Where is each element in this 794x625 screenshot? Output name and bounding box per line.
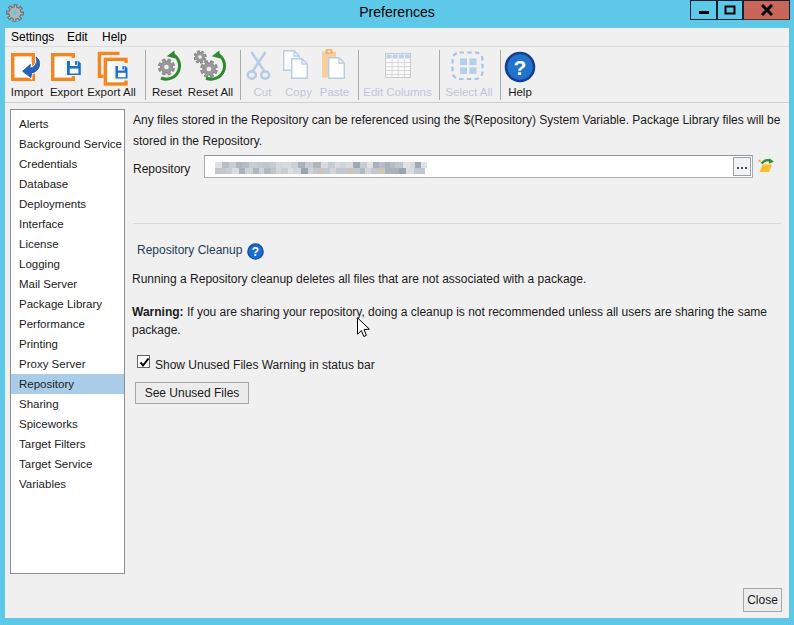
svg-text:?: ?: [252, 245, 259, 259]
svg-text:?: ?: [514, 56, 527, 79]
